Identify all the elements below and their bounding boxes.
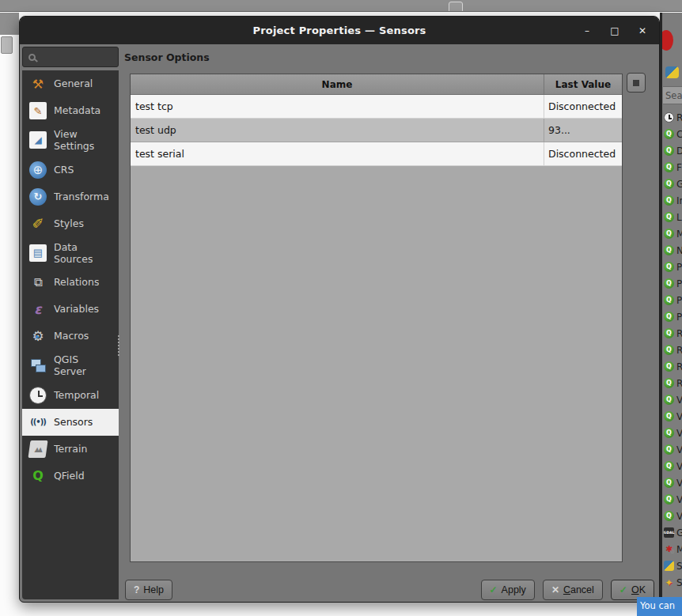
sidebar-item-variables[interactable]: Variables bbox=[22, 296, 119, 323]
sidebar-item-view-settings[interactable]: View Settings bbox=[22, 124, 119, 157]
sidebar-item-metadata[interactable]: Metadata bbox=[22, 97, 119, 124]
toolbox-group-item[interactable]: R bbox=[664, 109, 682, 126]
sidebar-item-transformations[interactable]: Transforma bbox=[22, 183, 119, 210]
toolbox-group-item[interactable]: V bbox=[664, 391, 682, 408]
toolbox-group-item[interactable]: D bbox=[664, 142, 682, 159]
toolbar-button[interactable] bbox=[214, 2, 228, 12]
sidebar-item-qfield[interactable]: QField bbox=[22, 463, 119, 489]
toolbox-group-item[interactable]: S bbox=[664, 557, 682, 574]
toolbox-group-item[interactable]: L bbox=[664, 209, 682, 225]
sidebar-item-temporal[interactable]: Temporal bbox=[22, 382, 119, 409]
toolbox-group-item[interactable]: R bbox=[664, 375, 682, 391]
toolbox-group-item[interactable]: V bbox=[664, 425, 682, 441]
sidebar-item-sensors[interactable]: Sensors bbox=[22, 409, 119, 436]
qgis-icon bbox=[664, 312, 674, 322]
sidebar-search-input[interactable] bbox=[22, 47, 119, 67]
cancel-button[interactable]: ✕ Cancel bbox=[543, 580, 603, 600]
toolbar-button[interactable] bbox=[370, 2, 385, 12]
toolbar-button[interactable] bbox=[422, 2, 437, 12]
toolbox-group-item[interactable]: R bbox=[664, 358, 682, 375]
toolbar-button[interactable] bbox=[83, 2, 97, 12]
toolbox-group-item[interactable]: R bbox=[664, 342, 682, 358]
toolbar-button[interactable] bbox=[109, 2, 123, 12]
toolbar-button[interactable] bbox=[292, 2, 306, 12]
table-row[interactable]: test tcp Disconnected bbox=[131, 95, 622, 119]
apply-button[interactable]: ✓ Apply bbox=[481, 580, 535, 600]
toolbox-search-input[interactable]: Sea bbox=[663, 86, 682, 104]
sidebar-item-qgis-server[interactable]: QGIS Server bbox=[22, 350, 119, 382]
column-header-name[interactable]: Name bbox=[131, 74, 544, 94]
sidebar-item-terrain[interactable]: Terrain bbox=[22, 436, 119, 463]
settings-sidebar: General Metadata View Settings C bbox=[22, 70, 119, 599]
toolbox-group-item[interactable]: N bbox=[664, 242, 682, 259]
sidebar-item-crs[interactable]: CRS bbox=[22, 157, 119, 183]
toolbox-group-label: V bbox=[676, 444, 682, 455]
dialog-titlebar[interactable]: Project Properties — Sensors – □ ✕ bbox=[20, 17, 659, 44]
toolbox-group-item[interactable]: R bbox=[664, 325, 682, 342]
toolbox-group-item[interactable]: V bbox=[664, 408, 682, 425]
table-row[interactable]: test udp 93... bbox=[131, 119, 622, 142]
main-toolbar bbox=[0, 0, 682, 12]
toolbar-button[interactable] bbox=[501, 2, 515, 12]
qgis-icon bbox=[664, 262, 674, 272]
toolbar-button[interactable] bbox=[5, 2, 19, 12]
close-button[interactable]: ✕ bbox=[637, 25, 648, 36]
sidebar-item-general[interactable]: General bbox=[22, 70, 119, 97]
qgis-icon bbox=[664, 145, 674, 156]
sidebar-item-relations[interactable]: Relations bbox=[22, 269, 119, 296]
sidebar-item-data-sources[interactable]: Data Sources bbox=[22, 237, 119, 270]
toolbar-button[interactable] bbox=[396, 2, 411, 12]
column-header-last-value[interactable]: Last Value bbox=[544, 74, 622, 94]
maximize-button[interactable]: □ bbox=[609, 25, 620, 36]
sidebar-item-macros[interactable]: Macros bbox=[22, 323, 119, 350]
toolbox-group-item[interactable]: M bbox=[664, 541, 682, 557]
toolbox-group-item[interactable]: P bbox=[664, 308, 682, 325]
toolbar-button[interactable] bbox=[240, 2, 254, 12]
toolbar-button[interactable] bbox=[161, 2, 176, 12]
toolbox-group-item[interactable]: V bbox=[664, 458, 682, 474]
toolbar-button[interactable] bbox=[57, 2, 71, 12]
sidebar-item-styles[interactable]: Styles bbox=[22, 210, 119, 237]
toolbox-group-item[interactable]: G bbox=[664, 524, 682, 541]
toolbox-group-item[interactable]: C bbox=[664, 126, 682, 142]
table-row[interactable]: test serial Disconnected bbox=[131, 142, 622, 166]
project-properties-dialog: Project Properties — Sensors – □ ✕ Gener… bbox=[19, 16, 660, 603]
toolbox-group-item[interactable]: V bbox=[664, 474, 682, 491]
north-arrow-icon bbox=[660, 30, 673, 51]
toolbar-button[interactable] bbox=[135, 2, 150, 12]
toolbar-button[interactable] bbox=[318, 2, 332, 12]
toolbox-group-item[interactable]: P bbox=[664, 275, 682, 292]
sensor-name-cell: test tcp bbox=[131, 95, 544, 118]
toolbox-group-item[interactable]: G bbox=[664, 176, 682, 192]
window-controls: – □ ✕ bbox=[582, 17, 648, 44]
toolbar-button[interactable] bbox=[31, 2, 45, 12]
toolbox-group-item[interactable]: F bbox=[664, 159, 682, 176]
table-corner-button[interactable] bbox=[627, 73, 646, 93]
minimize-button[interactable]: – bbox=[582, 25, 593, 36]
help-button[interactable]: ? Help bbox=[125, 580, 172, 600]
toolbar-button[interactable] bbox=[475, 2, 489, 12]
toolbox-group-item[interactable]: V bbox=[664, 441, 682, 458]
sidebar-splitter-handle[interactable] bbox=[118, 335, 121, 356]
sidebar-item-label: Temporal bbox=[54, 389, 99, 401]
toolbox-group-item[interactable]: P bbox=[664, 292, 682, 308]
sidebar-item-label: CRS bbox=[54, 164, 74, 176]
toolbar-button[interactable] bbox=[188, 2, 202, 12]
toolbox-group-item[interactable]: V bbox=[664, 508, 682, 524]
toolbox-group-item[interactable]: V bbox=[664, 491, 682, 508]
table-header: Name Last Value bbox=[131, 74, 622, 95]
toolbar-button[interactable] bbox=[344, 2, 358, 12]
toolbox-group-item[interactable]: M bbox=[664, 225, 682, 242]
toolbar-button[interactable] bbox=[266, 2, 280, 12]
toolbox-group-item[interactable]: P bbox=[664, 259, 682, 275]
python-icon[interactable] bbox=[665, 66, 679, 78]
toolbar-button[interactable] bbox=[527, 2, 541, 12]
toolbox-group-item[interactable]: In bbox=[664, 192, 682, 209]
qgis-icon bbox=[664, 428, 674, 438]
toolbox-group-label: R bbox=[676, 345, 682, 356]
toolbox-group-list: R C D F G bbox=[664, 109, 682, 591]
toolbox-group-item[interactable]: S bbox=[664, 574, 682, 591]
toolbar-strip bbox=[0, 13, 19, 35]
panel-icon-fragment bbox=[1, 36, 13, 54]
toolbar-button[interactable] bbox=[449, 2, 463, 12]
